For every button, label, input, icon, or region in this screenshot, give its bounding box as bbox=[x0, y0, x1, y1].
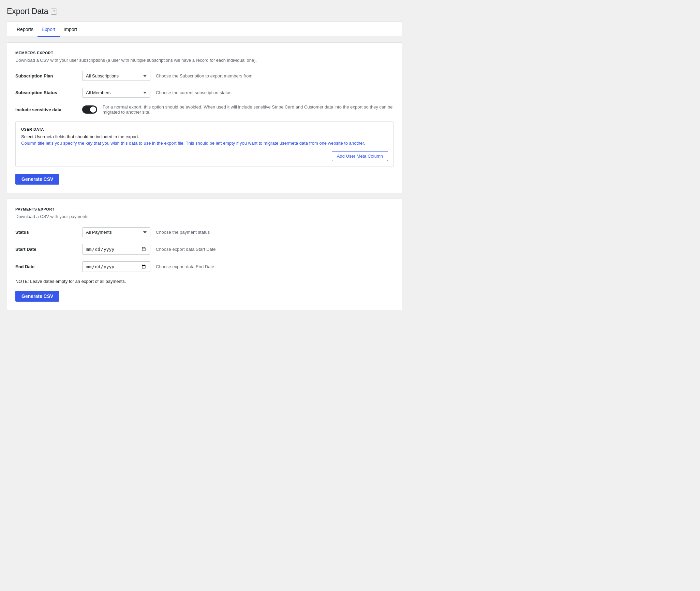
subscription-status-hint: Choose the current subscription status bbox=[156, 90, 232, 95]
user-data-box: USER DATA Select Usermeta fields that sh… bbox=[15, 121, 394, 167]
subscription-plan-label: Subscription Plan bbox=[15, 73, 77, 78]
add-user-meta-button[interactable]: Add User Meta Column bbox=[332, 151, 388, 161]
start-date-input[interactable] bbox=[82, 244, 150, 255]
sensitive-data-hint: For a normal export, this option should … bbox=[103, 104, 394, 115]
end-date-row: End Date Choose export data End Date bbox=[15, 261, 394, 272]
subscription-plan-hint: Choose the Subscription to export member… bbox=[156, 73, 252, 78]
toggle-wrapper bbox=[82, 105, 97, 114]
sensitive-data-row: Include sensitive data For a normal expo… bbox=[15, 104, 394, 115]
payments-generate-csv-button[interactable]: Generate CSV bbox=[15, 291, 59, 302]
sensitive-data-toggle[interactable] bbox=[82, 105, 97, 114]
payments-note: NOTE: Leave dates empty for an export of… bbox=[15, 279, 394, 284]
payment-status-label: Status bbox=[15, 230, 77, 235]
subscription-status-row: Subscription Status All Members Choose t… bbox=[15, 88, 394, 98]
end-date-label: End Date bbox=[15, 264, 77, 269]
end-date-hint: Choose export data End Date bbox=[156, 264, 214, 269]
user-data-desc-sub: Column title let's you specify the key t… bbox=[21, 141, 388, 146]
help-icon[interactable]: ? bbox=[51, 9, 57, 15]
payment-status-row: Status All Payments Choose the payment s… bbox=[15, 227, 394, 237]
start-date-hint: Choose export data Start Date bbox=[156, 247, 216, 252]
members-export-desc: Download a CSV with your user subscripti… bbox=[15, 58, 394, 63]
payments-export-title: PAYMENTS EXPORT bbox=[15, 207, 394, 211]
payments-export-desc: Download a CSV with your payments. bbox=[15, 214, 394, 219]
subscription-plan-select[interactable]: All Subscriptions bbox=[82, 71, 150, 81]
members-export-section: MEMBERS EXPORT Download a CSV with your … bbox=[7, 42, 402, 193]
sensitive-data-label: Include sensitive data bbox=[15, 107, 77, 112]
payments-export-section: PAYMENTS EXPORT Download a CSV with your… bbox=[7, 199, 402, 310]
subscription-plan-row: Subscription Plan All Subscriptions Choo… bbox=[15, 71, 394, 81]
tab-import[interactable]: Import bbox=[60, 22, 81, 37]
end-date-input[interactable] bbox=[82, 261, 150, 272]
tab-export[interactable]: Export bbox=[38, 22, 59, 37]
page-title: Export Data bbox=[7, 7, 48, 16]
subscription-status-label: Subscription Status bbox=[15, 90, 77, 95]
start-date-row: Start Date Choose export data Start Date bbox=[15, 244, 394, 255]
tab-bar: Reports Export Import bbox=[7, 21, 402, 37]
user-data-desc: Select Usermeta fields that should be in… bbox=[21, 134, 388, 139]
members-generate-csv-button[interactable]: Generate CSV bbox=[15, 174, 59, 185]
user-data-title: USER DATA bbox=[21, 127, 388, 131]
subscription-status-select[interactable]: All Members bbox=[82, 88, 150, 98]
payment-status-hint: Choose the payment status bbox=[156, 230, 210, 235]
tab-reports[interactable]: Reports bbox=[13, 22, 38, 37]
members-export-title: MEMBERS EXPORT bbox=[15, 51, 394, 55]
payment-status-select[interactable]: All Payments bbox=[82, 227, 150, 237]
start-date-label: Start Date bbox=[15, 247, 77, 252]
